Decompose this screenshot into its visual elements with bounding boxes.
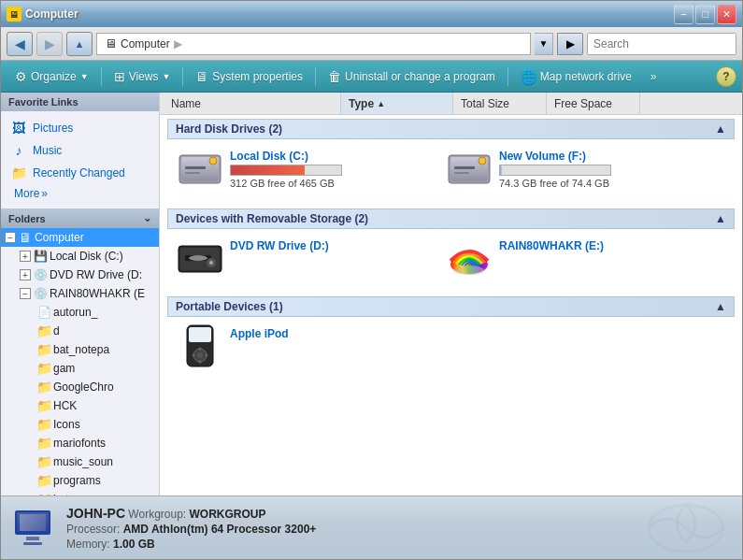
status-bar: JOHN-PC Workgroup: WORKGROUP Processor: … xyxy=(1,495,742,559)
removable-collapse-icon: ▲ xyxy=(715,212,726,225)
system-properties-button[interactable]: 🖥 System properties xyxy=(187,64,311,90)
tree-item-computer[interactable]: − 🖥 Computer xyxy=(1,228,159,247)
sidebar: Favorite Links 🖼 Pictures ♪ Music 📁 Rece… xyxy=(1,93,160,495)
svg-point-23 xyxy=(199,361,202,364)
tree-item-dvd[interactable]: + 💿 DVD RW Drive (D: xyxy=(1,266,159,284)
close-button[interactable]: ✕ xyxy=(717,5,736,24)
computer-tree-icon: 🖥 xyxy=(18,230,33,245)
expand-computer[interactable]: − xyxy=(5,232,16,243)
music-icon: ♪ xyxy=(10,142,27,159)
tree-item-programs[interactable]: 📁 programs xyxy=(1,471,159,490)
up-button[interactable]: ▲ xyxy=(66,32,93,56)
tree-item-rain[interactable]: − 💿 RAIN80WHAKR (E xyxy=(1,284,159,303)
map-network-button[interactable]: 🌐 Map network drive xyxy=(512,64,640,90)
tree-item-autorun[interactable]: 📄 autorun_ xyxy=(1,303,159,322)
dvd-tree-icon: 💿 xyxy=(33,267,48,282)
title-bar: 🖥 Computer − □ ✕ xyxy=(1,1,742,27)
status-computer-name-row: JOHN-PC Workgroup: WORKGROUP xyxy=(66,506,628,521)
tree-item-d[interactable]: 📁 d xyxy=(1,322,159,340)
tree-item-googlechrome[interactable]: 📁 GoogleChro xyxy=(1,378,159,396)
tree-item-mariofonts[interactable]: 📁 mariofonts xyxy=(1,434,159,452)
drive-item-ipod[interactable]: Apple iPod xyxy=(171,323,433,369)
dvd-info: DVD RW Drive (D:) xyxy=(230,239,426,254)
expand-rain[interactable]: − xyxy=(20,288,31,299)
hard-disk-drives-grid: Local Disk (C:) 312 GB free of 465 GB xyxy=(167,145,735,201)
tree-item-hck[interactable]: 📁 HCK xyxy=(1,396,159,415)
organize-icon: ⚙ xyxy=(15,69,27,84)
col-header-name[interactable]: Name xyxy=(164,93,341,114)
tree-item-music-soun[interactable]: 📁 music_soun xyxy=(1,452,159,471)
ipod-icon xyxy=(178,327,222,365)
monitor-body xyxy=(15,510,50,535)
portable-section: Portable Devices (1) ▲ xyxy=(167,296,735,377)
removable-header[interactable]: Devices with Removable Storage (2) ▲ xyxy=(167,208,735,229)
go-button[interactable]: ▶ xyxy=(557,33,583,55)
svg-point-14 xyxy=(209,261,213,265)
portable-header[interactable]: Portable Devices (1) ▲ xyxy=(167,296,735,317)
col-header-type[interactable]: Type ▲ xyxy=(341,93,453,114)
more-favorites-link[interactable]: More » xyxy=(5,184,155,203)
removable-drives-grid: DVD RW Drive (D:) xyxy=(167,235,735,289)
uninstall-button[interactable]: 🗑 Uninstall or change a program xyxy=(320,64,504,90)
maximize-button[interactable]: □ xyxy=(695,5,715,24)
col-header-free-space[interactable]: Free Space xyxy=(547,93,640,114)
tree-item-local-disk[interactable]: + 💾 Local Disk (C:) xyxy=(1,247,159,266)
local-disk-c-info: Local Disk (C:) 312 GB free of 465 GB xyxy=(230,150,426,189)
column-headers: Name Type ▲ Total Size Free Space xyxy=(160,93,742,115)
folders-section: Folders ⌄ − 🖥 Computer + 💾 Local Disk (C… xyxy=(1,208,159,495)
content-scroll[interactable]: Hard Disk Drives (2) ▲ xyxy=(160,115,742,495)
pictures-icon: 🖼 xyxy=(10,120,27,136)
sidebar-item-recently-changed[interactable]: 📁 Recently Changed xyxy=(5,162,155,184)
content-area: Favorite Links 🖼 Pictures ♪ Music 📁 Rece… xyxy=(1,93,742,495)
drive-item-dvd[interactable]: DVD RW Drive (D:) xyxy=(171,235,433,281)
new-volume-f-info: New Volume (F:) 74.3 GB free of 74.4 GB xyxy=(499,150,695,189)
tree-item-bat[interactable]: 📁 bat_notepa xyxy=(1,340,159,359)
search-input[interactable] xyxy=(588,34,736,54)
sidebar-item-pictures[interactable]: 🖼 Pictures xyxy=(5,117,155,139)
status-computer-icon xyxy=(10,506,55,551)
dvd-drive-icon xyxy=(178,239,222,277)
tree-item-gam[interactable]: 📁 gam xyxy=(1,359,159,378)
folders-header[interactable]: Folders ⌄ xyxy=(1,208,159,228)
hard-disk-collapse-icon: ▲ xyxy=(715,122,726,136)
address-input[interactable]: 🖥 Computer ▶ xyxy=(96,33,531,55)
address-bar: ◀ ▶ ▲ 🖥 Computer ▶ ▼ ▶ 🔍 xyxy=(1,27,742,61)
hard-disk-header[interactable]: Hard Disk Drives (2) ▲ xyxy=(167,119,735,139)
monitor-screen xyxy=(20,514,46,531)
local-disk-c-bar-container xyxy=(230,165,342,176)
more-toolbar-button[interactable]: » xyxy=(642,64,665,90)
forward-button[interactable]: ▶ xyxy=(36,32,63,56)
back-button[interactable]: ◀ xyxy=(7,32,33,56)
col-header-total-size[interactable]: Total Size xyxy=(453,93,547,114)
expand-local-disk[interactable]: + xyxy=(20,251,31,262)
main-panel: Name Type ▲ Total Size Free Space Hard D… xyxy=(160,93,742,495)
tree-item-icons[interactable]: 📁 Icons xyxy=(1,415,159,434)
autorun-icon: 📄 xyxy=(36,305,51,320)
local-disk-c-bar xyxy=(231,165,305,175)
rain-icon: 💿 xyxy=(33,286,48,301)
favorite-links-header[interactable]: Favorite Links xyxy=(1,93,159,111)
svg-point-22 xyxy=(199,348,202,351)
rain-drive-icon xyxy=(447,239,492,277)
status-info: JOHN-PC Workgroup: WORKGROUP Processor: … xyxy=(66,506,628,551)
window-icon: 🖥 xyxy=(7,7,21,22)
svg-point-21 xyxy=(197,352,203,358)
minimize-button[interactable]: − xyxy=(674,5,693,24)
help-button[interactable]: ? xyxy=(716,66,736,87)
folder-chrome-icon: 📁 xyxy=(36,380,51,395)
new-volume-f-bar-container xyxy=(499,165,611,176)
svg-point-17 xyxy=(454,266,484,275)
drive-item-rain[interactable]: RAIN80WHAKR (E:) xyxy=(440,235,702,281)
views-button[interactable]: ⊞ Views ▼ xyxy=(106,64,179,90)
svg-rect-4 xyxy=(185,172,200,174)
monitor-base xyxy=(23,542,42,545)
sort-arrow-icon: ▲ xyxy=(377,99,385,108)
drive-item-new-volume-f[interactable]: New Volume (F:) 74.3 GB free of 74.4 GB xyxy=(440,145,702,194)
drive-item-local-disk-c[interactable]: Local Disk (C:) 312 GB free of 465 GB xyxy=(171,145,433,194)
sidebar-item-music[interactable]: ♪ Music xyxy=(5,139,155,162)
ipod-info: Apple iPod xyxy=(230,327,426,342)
expand-dvd[interactable]: + xyxy=(20,269,31,280)
address-dropdown-button[interactable]: ▼ xyxy=(535,33,553,55)
views-icon: ⊞ xyxy=(114,69,125,84)
organize-button[interactable]: ⚙ Organize ▼ xyxy=(7,64,97,90)
